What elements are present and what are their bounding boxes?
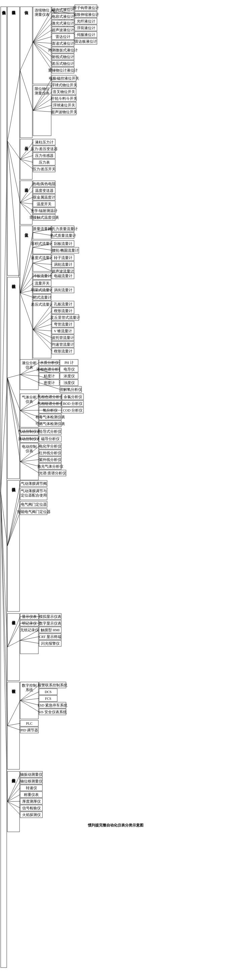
svg-text:皮托管流量计: 皮托管流量计 [52, 336, 74, 340]
svg-rect-273 [20, 443, 38, 480]
svg-text:给导式分析仪: 给导式分析仪 [39, 430, 61, 433]
svg-text:雷达板液位计: 雷达板液位计 [75, 39, 97, 43]
svg-text:浮筒液位计: 浮筒液位计 [77, 26, 95, 30]
svg-text:系统: 系统 [26, 688, 33, 692]
svg-text:转子流量计: 转子流量计 [54, 256, 72, 260]
svg-text:超声波流量计: 超声波流量计 [52, 269, 74, 273]
svg-text:腰轮/椭圆流量计: 腰轮/椭圆流量计 [52, 248, 79, 252]
svg-text:氧分析仪: 氧分析仪 [43, 409, 58, 412]
svg-text:差压式物位计: 差压式物位计 [52, 62, 74, 65]
svg-text:紫外线分析仪: 紫外线分析仪 [39, 458, 61, 461]
svg-text:连续物位: 连续物位 [35, 8, 50, 12]
svg-text:热式质量流量计: 热式质量流量计 [50, 234, 76, 237]
svg-text:光谱/质谱分析仪: 光谱/质谱分析仪 [39, 471, 66, 475]
svg-text:限位物位: 限位物位 [35, 87, 50, 91]
svg-text:热电偶/热电阻: 热电偶/热电阻 [33, 182, 56, 186]
svg-text:浊度仪: 浊度仪 [64, 381, 75, 385]
svg-text:压力传感器: 压力传感器 [35, 154, 53, 158]
svg-text:电磁流量计: 电磁流量计 [54, 274, 72, 278]
svg-text:楔形流量计: 楔形流量计 [54, 349, 72, 353]
diagram-container: text { font-family: SimSun, 宋体, serif; f… [0, 0, 231, 980]
svg-text:触摸型 HMI: 触摸型 HMI [41, 628, 60, 632]
svg-text:智能电气阀门定位器: 智能电气阀门定位器 [17, 510, 51, 514]
svg-text:重锤物位计液位计: 重锤物位计液位计 [48, 68, 78, 72]
svg-text:PID 调节器: PID 调节器 [21, 728, 38, 732]
svg-text:称重仪表: 称重仪表 [24, 792, 39, 797]
svg-text:CRT 显示终端: CRT 显示终端 [39, 635, 61, 639]
svg-text:激光气体分析仪: 激光气体分析仪 [37, 464, 63, 468]
svg-text:FCS: FCS [45, 697, 51, 700]
svg-text:容积式流量计: 容积式流量计 [31, 242, 53, 246]
svg-text:余氯分析仪: 余氯分析仪 [64, 395, 82, 399]
svg-text:磁致伸缩液位计: 磁致伸缩液位计 [73, 13, 99, 16]
svg-text:雷达位计: 雷达位计 [56, 35, 71, 39]
svg-rect-335 [7, 682, 19, 769]
svg-text:光纤液位计: 光纤液位计 [77, 19, 95, 23]
svg-text:BOD 分析仪: BOD 分析仪 [63, 402, 82, 406]
svg-text:温度变送器: 温度变送器 [35, 188, 53, 192]
svg-text:浮力式液位计: 浮力式液位计 [52, 8, 74, 12]
svg-text:DCS: DCS [45, 690, 52, 694]
svg-text:气动薄膜调节阀: 气动薄膜调节阀 [21, 481, 47, 485]
svg-text:弯管流量计: 弯管流量计 [54, 322, 72, 326]
svg-text:涡轮流量计: 涡轮流量计 [54, 262, 72, 266]
svg-text:COD 分析仪: COD 分析仪 [63, 409, 82, 412]
svg-text:报警联系控制系统: 报警联系控制系统 [37, 683, 67, 687]
svg-text:仪表: 仪表 [26, 399, 33, 404]
svg-text:轴位移测量仪: 轴位移测量仪 [20, 779, 42, 783]
svg-text:射线式物位计: 射线式物位计 [52, 55, 74, 59]
svg-text:气动薄膜调节与: 气动薄膜调节与 [21, 489, 47, 493]
svg-text:激光式液位计: 激光式液位计 [52, 21, 74, 25]
svg-rect-199 [7, 277, 19, 479]
svg-text:光学/辐射测温计: 光学/辐射测温计 [30, 208, 58, 213]
svg-text:电气阀门定位器: 电气阀门定位器 [21, 502, 47, 506]
svg-text:磁导分析仪: 磁导分析仪 [41, 437, 59, 441]
svg-text:粘度计: 粘度计 [44, 374, 55, 378]
svg-rect-2 [7, 7, 19, 275]
svg-text:压力表: 压力表 [39, 160, 50, 164]
svg-text:仪表: 仪表 [26, 449, 33, 453]
svg-text:文丘里管式流量计: 文丘里管式流量计 [51, 315, 80, 320]
svg-text:SIS 安全仪表系统: SIS 安全仪表系统 [38, 710, 67, 714]
svg-text:电化学分析仪: 电化学分析仪 [39, 444, 61, 448]
svg-text:流量开关: 流量开关 [35, 281, 50, 285]
svg-rect-172 [33, 301, 51, 358]
svg-text:PLC: PLC [26, 722, 32, 725]
svg-text:外测微扳式液位计: 外测微扳式液位计 [48, 48, 78, 52]
svg-text:密度计: 密度计 [44, 381, 55, 385]
svg-text:超声波物位开关: 超声波物位开关 [51, 110, 77, 114]
svg-text:厚度测厚仪: 厚度测厚仪 [22, 799, 41, 803]
svg-text:刮板流量计: 刮板流量计 [54, 242, 72, 246]
svg-text:气体分析: 气体分析 [22, 395, 37, 399]
svg-text:信号检验仪: 信号检验仪 [22, 806, 41, 810]
svg-text:孔板流量计: 孔板流量计 [54, 302, 72, 306]
svg-text:电导仪: 电导仪 [64, 367, 75, 371]
svg-text:液位分析: 液位分析 [22, 361, 37, 365]
svg-text:红外线分析仪: 红外线分析仪 [39, 451, 61, 455]
svg-text:浮球液位开关: 浮球液位开关 [53, 103, 75, 107]
svg-text:叶轮斗料斗开关: 叶轮斗料斗开关 [51, 96, 77, 100]
svg-text:楔形流量计: 楔形流量计 [54, 309, 72, 313]
svg-rect-0 [1, 7, 7, 967]
svg-text:涡街流量计: 涡街流量计 [54, 288, 72, 292]
svg-text:浮球式物位开关: 浮球式物位开关 [51, 83, 77, 87]
svg-text:超声波液位计: 超声波液位计 [52, 28, 74, 32]
svg-text:直读式液位计: 直读式液位计 [52, 41, 74, 45]
svg-text:差压式流量计: 差压式流量计 [31, 302, 53, 306]
svg-rect-338 [20, 682, 38, 719]
svg-text:轴振动测量仪: 轴振动测量仪 [20, 772, 42, 776]
svg-text:无纸记录仪: 无纸记录仪 [20, 628, 39, 632]
tree-diagram: text { font-family: SimSun, 宋体, serif; f… [0, 3, 231, 974]
svg-text:有毒气体检测仪表: 有毒气体检测仪表 [35, 415, 65, 419]
svg-rect-121 [20, 226, 32, 360]
svg-text:伺服液位计: 伺服液位计 [77, 33, 95, 37]
svg-text:压力/差压开关: 压力/差压开关 [33, 167, 56, 171]
svg-text:压力/差压变送器: 压力/差压变送器 [30, 147, 58, 151]
svg-text:V 锥流量计: V 锥流量计 [54, 329, 72, 333]
svg-rect-308 [7, 614, 19, 681]
svg-text:火焰探测仪: 火焰探测仪 [22, 813, 41, 817]
svg-text:双金属温度计: 双金属温度计 [33, 195, 55, 199]
svg-rect-5 [20, 7, 32, 138]
svg-text:可燃气体检测仪表: 可燃气体检测仪表 [35, 422, 65, 426]
svg-text:电容式液位计: 电容式液位计 [52, 14, 74, 19]
